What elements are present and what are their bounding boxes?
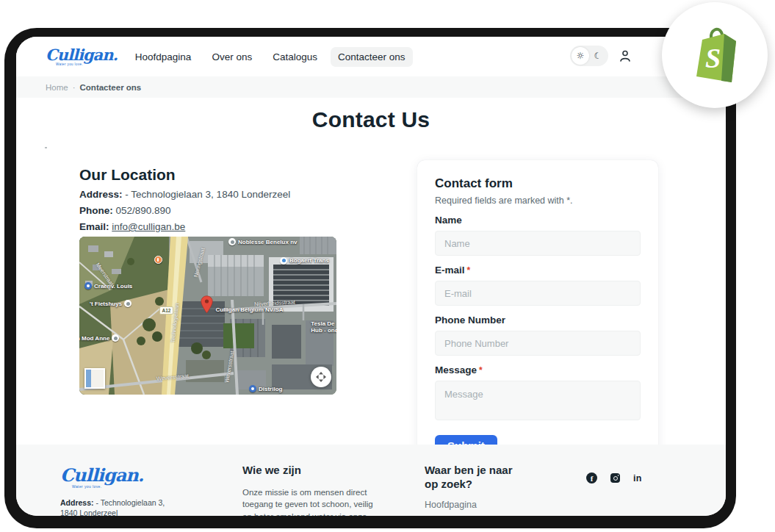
footer-brand-logo[interactable]: Culligan. Water you love.: [60, 467, 178, 489]
svg-text:S: S: [705, 43, 721, 73]
location-phone: Phone: 052/890.890: [79, 205, 290, 216]
linkedin-icon[interactable]: in: [633, 473, 642, 484]
email-link[interactable]: info@culligan.be: [112, 221, 185, 232]
map-poi-tesla: Tesla De Hub - onde: [311, 320, 336, 334]
site-window: Culligan. Water you love. Hoofdpagina Ov…: [16, 37, 726, 516]
map-poi-noblesse: Noblesse Benelux nv: [228, 238, 297, 245]
google-map[interactable]: Noblesse Benelux nv Bogaert Trans Craenv…: [79, 237, 336, 395]
brand-logo-text: Culligan.: [46, 47, 118, 62]
location-section: Our Location Address: - Technologielaan …: [79, 166, 290, 232]
footer-address-label: Address:: [60, 498, 94, 507]
nav-item-contacteer-ons[interactable]: Contacteer ons: [331, 47, 413, 67]
nav-item-hoofdpagina[interactable]: Hoofdpagina: [128, 47, 199, 67]
stray-mark: [45, 147, 47, 148]
footer-about-column: Wie we zijn Onze missie is om mensen dir…: [242, 464, 382, 516]
field-name: Name: [435, 215, 641, 256]
footer-link-over-ons[interactable]: Over ons: [425, 515, 527, 517]
pan-arrows-icon: [316, 372, 326, 382]
location-email: Email: info@culligan.be: [79, 221, 290, 232]
map-poi-bogaert: Bogaert Trans: [280, 257, 329, 265]
dark-mode-moon-icon[interactable]: ☾: [589, 47, 607, 65]
map-poi-restaurant: [154, 256, 162, 264]
account-button[interactable]: [619, 49, 632, 62]
name-label: Name: [435, 215, 641, 226]
facebook-icon[interactable]: f: [586, 472, 597, 484]
address-value: - Technologielaan 3, 1840 Londerzeel: [125, 189, 290, 200]
shopify-badge: S: [662, 2, 768, 108]
theme-toggle: ☼ ☾: [570, 46, 608, 66]
required-asterisk: *: [467, 265, 471, 276]
poi-icon: [228, 238, 236, 245]
brand-logo[interactable]: Culligan. Water you love.: [46, 47, 118, 67]
map-pin-label: Culligan Belgium NV/SA: [216, 306, 284, 313]
breadcrumb-home-link[interactable]: Home: [46, 83, 68, 92]
email-label: Email:: [79, 221, 109, 232]
footer-social: f in: [586, 472, 642, 484]
nav-item-catalogus[interactable]: Catalogus: [265, 47, 325, 67]
phone-label: Phone:: [79, 205, 113, 216]
light-mode-sun-icon[interactable]: ☼: [572, 47, 589, 65]
location-address: Address: - Technologielaan 3, 1840 Londe…: [79, 189, 290, 200]
phone-number-label: Phone Number: [435, 314, 641, 326]
footer-brand-logo-text: Culligan.: [60, 467, 178, 484]
shopify-bag-icon: S: [686, 22, 743, 88]
message-label: Message*: [435, 364, 641, 375]
poi-icon: [84, 282, 92, 290]
instagram-icon[interactable]: [610, 473, 620, 483]
breadcrumb-current: Contacteer ons: [80, 83, 142, 92]
location-title: Our Location: [79, 166, 290, 184]
field-phone: Phone Number: [435, 314, 641, 356]
route-badge-a12: A12: [159, 306, 174, 314]
restaurant-icon: [154, 256, 162, 264]
poi-icon: [124, 300, 131, 307]
page-title: Contact Us: [16, 107, 726, 132]
poi-icon: [280, 257, 287, 265]
contact-form-card: Contact form Required fields are marked …: [417, 160, 658, 474]
footer-link-hoofdpagina[interactable]: Hoofdpagina: [425, 500, 527, 510]
footer-about-text: Onze missie is om mensen direct toegang …: [242, 486, 382, 516]
breadcrumb: Home · Contacteer ons: [16, 76, 726, 98]
person-icon: [619, 49, 632, 62]
map-poi-salon: Salon Mod Anne: [79, 334, 119, 342]
red-pin-icon: [201, 295, 213, 314]
header-controls: ☼ ☾: [570, 46, 632, 66]
field-email: E-mail*: [435, 265, 641, 306]
map-layer-thumbnail[interactable]: [84, 368, 105, 389]
site-footer: Culligan. Water you love. Address: - Tec…: [16, 445, 726, 516]
required-note: Required fields are marked with *.: [435, 195, 641, 206]
footer-about-title: Wie we zijn: [242, 464, 382, 478]
site-header: Culligan. Water you love. Hoofdpagina Ov…: [16, 37, 726, 76]
nav-item-over-ons[interactable]: Over ons: [204, 47, 259, 67]
footer-links-title: Waar ben je naar op zoek?: [425, 464, 527, 492]
message-textarea[interactable]: [435, 381, 641, 420]
footer-address: Address: - Technologielaan 3, 1840 Londe…: [60, 497, 178, 516]
map-poi-distrilog: Distrilog: [249, 385, 282, 392]
field-message: Message*: [435, 364, 641, 423]
contact-form-title: Contact form: [435, 176, 641, 191]
poi-icon: [249, 385, 256, 392]
name-input[interactable]: [435, 231, 641, 256]
footer-links-column: Waar ben je naar op zoek? Hoofdpagina Ov…: [425, 464, 527, 516]
screenshot-stage: Culligan. Water you love. Hoofdpagina Ov…: [0, 0, 775, 532]
phone-value: 052/890.890: [116, 205, 171, 216]
address-label: Address:: [79, 189, 123, 200]
email-input[interactable]: [435, 281, 641, 306]
email-label: E-mail*: [435, 265, 641, 276]
map-poi-fietshuys: 't Fietshuys: [90, 300, 131, 307]
map-pan-control[interactable]: [311, 367, 331, 387]
breadcrumb-separator: ·: [73, 83, 76, 92]
poi-icon: [112, 334, 119, 342]
map-pin[interactable]: [201, 295, 213, 317]
phone-input[interactable]: [435, 331, 641, 356]
main-nav: Hoofdpagina Over ons Catalogus Contactee…: [128, 47, 413, 67]
required-asterisk: *: [479, 365, 483, 375]
footer-brand-column: Culligan. Water you love. Address: - Tec…: [60, 467, 178, 516]
